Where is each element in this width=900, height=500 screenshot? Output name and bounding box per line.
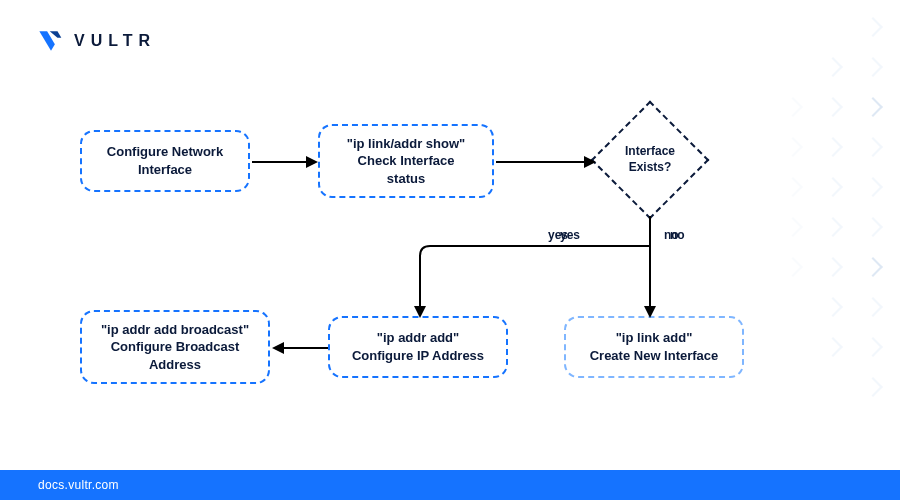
arrow-n4-n5 (272, 338, 328, 358)
node-check-interface-status: "ip link/addr show" Check Interface stat… (318, 124, 494, 198)
decor-chevrons-3 (786, 100, 800, 274)
svg-marker-9 (644, 306, 656, 318)
node-text: status (387, 170, 425, 188)
arrow-n1-n2 (252, 152, 318, 172)
node-text: Create New Interface (590, 347, 719, 365)
edge-label-no-2: no (664, 228, 679, 242)
brand-logo: VULTR (38, 30, 156, 52)
decision-text: Exists? (625, 160, 675, 176)
arrow-n2-decision (496, 152, 596, 172)
node-text: Check Interface (358, 152, 455, 170)
vultr-logo-icon (38, 30, 64, 52)
brand-name: VULTR (74, 32, 156, 50)
decision-text: Interface (625, 144, 675, 160)
node-text: Address (149, 356, 201, 374)
node-text: Interface (138, 161, 192, 179)
node-create-new-interface: "ip link add" Create New Interface (564, 316, 744, 378)
decor-chevrons (866, 20, 880, 394)
arrow-decision-branches (410, 216, 670, 318)
node-configure-network-interface: Configure Network Interface (80, 130, 250, 192)
svg-marker-3 (584, 156, 596, 168)
node-text: Configure Broadcast (111, 338, 240, 356)
svg-marker-10 (414, 306, 426, 318)
node-text: Configure Network (107, 143, 223, 161)
node-text: "ip addr add" (377, 329, 459, 347)
node-text: "ip link/addr show" (347, 135, 466, 153)
decor-chevrons-2 (826, 60, 840, 354)
node-configure-ip-address: "ip addr add" Configure IP Address (328, 316, 508, 378)
edge-label-yes-2: yes (548, 228, 568, 242)
decision-interface-exists: Interface Exists? (590, 100, 710, 220)
svg-marker-12 (272, 342, 284, 354)
footer-bar: docs.vultr.com (0, 470, 900, 500)
node-text: Configure IP Address (352, 347, 484, 365)
svg-marker-1 (306, 156, 318, 168)
node-configure-broadcast: "ip addr add broadcast" Configure Broadc… (80, 310, 270, 384)
node-text: "ip link add" (616, 329, 693, 347)
footer-host: docs.vultr.com (38, 478, 119, 492)
node-text: "ip addr add broadcast" (101, 321, 249, 339)
diagram-canvas: { "brand": { "name": "VULTR", "footer_ho… (0, 0, 900, 500)
